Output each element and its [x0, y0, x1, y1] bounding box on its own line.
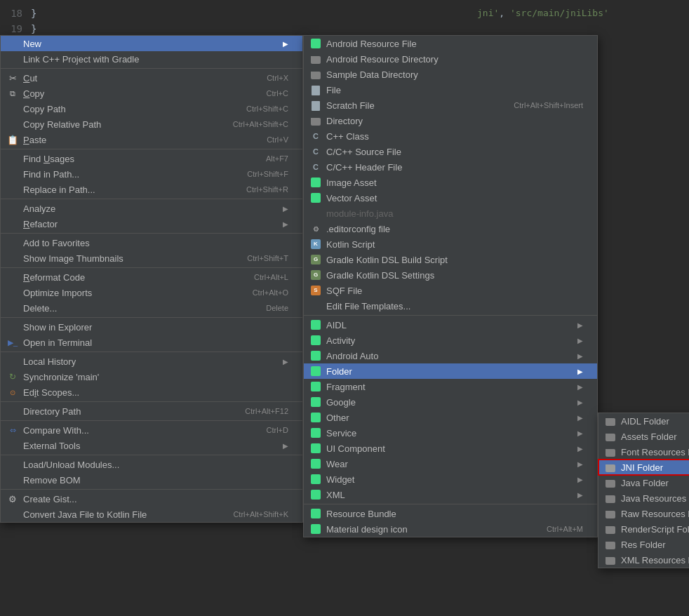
paste-icon: 📋 — [6, 133, 19, 146]
menu-item-widget[interactable]: Widget ▶ — [304, 471, 597, 487]
menu-item-fragment[interactable]: Fragment ▶ — [304, 379, 597, 394]
menu-item-raw-resources[interactable]: Raw Resources Folder — [598, 506, 689, 521]
renderscript-icon — [604, 523, 617, 535]
kotlin-icon — [6, 508, 19, 521]
edit-templates-icon — [309, 300, 322, 312]
reformat-icon — [6, 271, 19, 283]
menu-item-sqf-file[interactable]: S SQF File — [304, 283, 597, 298]
menu-item-paste[interactable]: 📋 Paste Ctrl+V — [1, 132, 302, 147]
service-arrow: ▶ — [577, 429, 583, 437]
main-context-menu: New ▶ Link C++ Project with Gradle ✂ Cut… — [0, 35, 303, 523]
menu-item-cut[interactable]: ✂ Cut Ctrl+X — [1, 70, 302, 86]
menu-item-cpp-header[interactable]: C C/C++ Header File — [304, 159, 597, 175]
menu-item-open-terminal[interactable]: ▶_ Open in Terminal — [1, 335, 302, 350]
menu-item-cpp-source[interactable]: C C/C++ Source File — [304, 144, 597, 159]
menu-item-find-in-path[interactable]: Find in Path... Ctrl+Shift+F — [1, 166, 302, 182]
menu-item-cpp-class[interactable]: C C++ Class — [304, 128, 597, 144]
menu-item-wear[interactable]: Wear ▶ — [304, 456, 597, 471]
android-res-file-icon — [309, 37, 322, 50]
menu-item-find-usages[interactable]: Find Usages Alt+F7 — [1, 151, 302, 166]
external-tools-icon — [6, 439, 19, 452]
menu-item-aidl[interactable]: AIDL ▶ — [304, 317, 597, 333]
menu-item-copy-relative[interactable]: Copy Relative Path Ctrl+Alt+Shift+C — [1, 116, 302, 132]
menu-item-show-thumbnails[interactable]: Show Image Thumbnails Ctrl+Shift+T — [1, 250, 302, 266]
menu-item-editorconfig[interactable]: ⚙ .editorconfig file — [304, 221, 597, 236]
menu-item-add-favorites[interactable]: Add to Favorites — [1, 235, 302, 250]
menu-item-aidl-folder[interactable]: AIDL Folder — [598, 413, 689, 429]
menu-item-reformat[interactable]: Reformat Code Ctrl+Alt+L — [1, 269, 302, 285]
menu-item-vector-asset[interactable]: Vector Asset — [304, 190, 597, 206]
menu-item-link-cpp[interactable]: Link C++ Project with Gradle — [1, 51, 302, 67]
separator-7 — [1, 351, 302, 352]
menu-item-replace-in-path[interactable]: Replace in Path... Ctrl+Shift+R — [1, 182, 302, 197]
material-icon — [309, 523, 322, 535]
menu-item-java-folder[interactable]: Java Folder — [598, 475, 689, 490]
menu-item-xml[interactable]: XML ▶ — [304, 487, 597, 502]
file-icon — [309, 83, 322, 96]
menu-item-gradle-kotlin-dsl[interactable]: G Gradle Kotlin DSL Build Script — [304, 252, 597, 267]
menu-item-renderscript[interactable]: RenderScript Folder — [598, 521, 689, 537]
menu-item-local-history[interactable]: Local History ▶ — [1, 354, 302, 369]
menu-item-edit-file-templates[interactable]: Edit File Templates... — [304, 298, 597, 314]
menu-item-android-auto[interactable]: Android Auto ▶ — [304, 348, 597, 363]
copy-relative-icon — [6, 118, 19, 130]
menu-item-resource-bundle[interactable]: Resource Bundle — [304, 506, 597, 521]
menu-item-copy[interactable]: ⧉ Copy Ctrl+C — [1, 86, 302, 101]
explorer-icon — [6, 321, 19, 333]
menu-item-new[interactable]: New ▶ — [1, 36, 302, 51]
gradle-settings-icon: G — [309, 269, 322, 281]
menu-item-jni-folder[interactable]: JNI Folder — [598, 460, 689, 475]
menu-item-analyze[interactable]: Analyze ▶ — [1, 201, 302, 216]
jni-folder-icon — [604, 461, 617, 474]
menu-item-gradle-kotlin-settings[interactable]: G Gradle Kotlin DSL Settings — [304, 267, 597, 283]
menu-item-external-tools[interactable]: External Tools ▶ — [1, 438, 302, 453]
directory-icon — [309, 114, 322, 127]
vector-asset-icon — [309, 192, 322, 204]
separator-10 — [1, 455, 302, 455]
menu-item-android-resource-file[interactable]: Android Resource File — [304, 36, 597, 51]
menu-item-kotlin-script[interactable]: K Kotlin Script — [304, 236, 597, 252]
xml-resources-icon — [604, 554, 617, 566]
menu-item-java-resources-folder[interactable]: Java Resources Folder — [598, 490, 689, 506]
history-arrow: ▶ — [283, 358, 288, 366]
menu-item-convert-java[interactable]: Convert Java File to Kotlin File Ctrl+Al… — [1, 507, 302, 522]
menu-item-font-resources[interactable]: Font Resources Folder — [598, 444, 689, 460]
menu-item-ui-component[interactable]: UI Component ▶ — [304, 441, 597, 456]
raw-resources-icon — [604, 507, 617, 520]
menu-item-folder[interactable]: Folder ▶ — [304, 363, 597, 379]
menu-item-refactor[interactable]: Refactor ▶ — [1, 216, 302, 232]
fragment-icon — [309, 380, 322, 393]
menu-item-file[interactable]: File — [304, 82, 597, 98]
menu-item-delete[interactable]: Delete... Delete — [1, 300, 302, 316]
menu-item-show-explorer[interactable]: Show in Explorer — [1, 319, 302, 335]
menu-item-google[interactable]: Google ▶ — [304, 394, 597, 410]
menu-item-copy-path[interactable]: Copy Path Ctrl+Shift+C — [1, 101, 302, 116]
menu-item-service[interactable]: Service ▶ — [304, 425, 597, 441]
image-asset-icon — [309, 176, 322, 189]
menu-item-res-folder[interactable]: Res Folder — [598, 537, 689, 552]
menu-item-compare-with[interactable]: ⇔ Compare With... Ctrl+D — [1, 422, 302, 438]
aidl-icon — [309, 319, 322, 331]
menu-item-edit-scopes[interactable]: ⊙ Edit Scopes... — [1, 384, 302, 400]
menu-item-synchronize[interactable]: ↻ Synchronize 'main' — [1, 369, 302, 384]
menu-item-xml-resources[interactable]: XML Resources Folder — [598, 552, 689, 568]
menu-item-activity[interactable]: Activity ▶ — [304, 333, 597, 348]
menu-item-image-asset[interactable]: Image Asset — [304, 175, 597, 190]
menu-item-remove-bom[interactable]: Remove BOM — [1, 472, 302, 488]
menu-item-optimize[interactable]: Optimize Imports Ctrl+Alt+O — [1, 285, 302, 300]
separator-1 — [1, 68, 302, 69]
menu-item-directory-path[interactable]: Directory Path Ctrl+Alt+F12 — [1, 403, 302, 419]
menu-item-assets-folder[interactable]: Assets Folder — [598, 429, 689, 444]
menu-item-scratch-file[interactable]: Scratch File Ctrl+Alt+Shift+Insert — [304, 98, 597, 113]
fragment-arrow: ▶ — [577, 383, 583, 391]
menu-item-sample-data-dir[interactable]: Sample Data Directory — [304, 67, 597, 82]
menu-item-directory[interactable]: Directory — [304, 113, 597, 128]
menu-item-create-gist[interactable]: ⚙ Create Gist... — [1, 491, 302, 507]
menu-item-android-resource-dir[interactable]: Android Resource Directory — [304, 51, 597, 67]
menu-item-load-unload[interactable]: Load/Unload Modules... — [1, 457, 302, 472]
folder-submenu: AIDL Folder Assets Folder Font Resources… — [598, 413, 689, 568]
android-res-dir-icon — [309, 53, 322, 65]
menu-item-material-icon[interactable]: Material design icon Ctrl+Alt+M — [304, 521, 597, 537]
menu-item-other[interactable]: Other ▶ — [304, 410, 597, 425]
sync-icon: ↻ — [6, 370, 19, 383]
